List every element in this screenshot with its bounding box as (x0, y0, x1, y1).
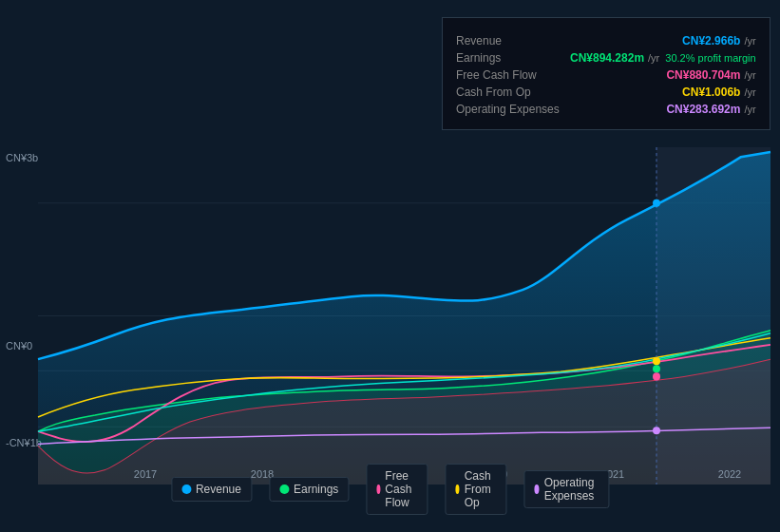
tooltip-row-value: CN¥1.006b (682, 86, 740, 99)
legend-item-fcf[interactable]: Free Cash Flow (366, 464, 428, 515)
tooltip-row-suffix: /yr (648, 52, 659, 64)
tooltip-row: Free Cash FlowCN¥880.704m/yr (456, 68, 756, 82)
tooltip-row: EarningsCN¥894.282m/yr30.2% profit margi… (456, 51, 756, 65)
chart-container: RevenueCN¥2.966b/yrEarningsCN¥894.282m/y… (0, 0, 780, 532)
tooltip-row-value: CN¥880.704m (666, 68, 740, 82)
legend-item-earnings[interactable]: Earnings (269, 477, 349, 502)
svg-point-9 (653, 427, 660, 434)
x-axis-label: 2017 (134, 468, 157, 480)
legend-dot (279, 484, 289, 494)
legend-item-revenue[interactable]: Revenue (171, 477, 252, 502)
tooltip-row-label: Revenue (456, 34, 570, 48)
legend-dot (181, 484, 191, 494)
chart-svg (38, 147, 770, 484)
tooltip-row: Cash From OpCN¥1.006b/yr (456, 86, 756, 99)
legend-label: Earnings (294, 483, 338, 496)
tooltip-row-value: CN¥283.692m (666, 103, 740, 116)
y-axis-label: -CN¥1b (6, 437, 42, 448)
tooltip-row: RevenueCN¥2.966b/yr (456, 34, 756, 48)
legend-label: Cash From Op (465, 469, 497, 509)
chart-area[interactable] (38, 147, 770, 484)
legend-label: Revenue (196, 483, 241, 496)
tooltip-row-suffix: /yr (744, 86, 755, 98)
tooltip-row: Operating ExpensesCN¥283.692m/yr (456, 103, 756, 116)
tooltip-row-suffix: /yr (744, 35, 755, 47)
tooltip-row-label: Cash From Op (456, 86, 570, 99)
y-axis-label: CN¥3b (6, 152, 38, 163)
svg-point-8 (653, 357, 660, 365)
y-axis-label: CN¥0 (6, 340, 32, 352)
svg-point-5 (653, 200, 660, 207)
tooltip-row-suffix: /yr (744, 69, 755, 81)
legend-dot (455, 484, 459, 494)
svg-point-7 (653, 372, 660, 380)
tooltip-row-label: Operating Expenses (456, 103, 570, 116)
legend-label: Free Cash Flow (385, 469, 417, 509)
tooltip-row-value: CN¥894.282m (570, 51, 644, 65)
legend-dot (376, 484, 380, 494)
legend-item-opex[interactable]: Operating Expenses (523, 470, 609, 508)
legend: RevenueEarningsFree Cash FlowCash From O… (171, 464, 609, 515)
tooltip-row-label: Earnings (456, 51, 570, 65)
legend-label: Operating Expenses (544, 476, 599, 503)
svg-point-6 (653, 365, 660, 372)
x-axis-label: 2022 (718, 468, 741, 480)
tooltip-row-value: CN¥2.966b (682, 34, 740, 48)
legend-dot (534, 484, 539, 494)
profit-margin-label: 30.2% profit margin (665, 52, 755, 64)
legend-item-cashfromop[interactable]: Cash From Op (445, 464, 506, 515)
tooltip-row-label: Free Cash Flow (456, 68, 570, 82)
tooltip: RevenueCN¥2.966b/yrEarningsCN¥894.282m/y… (442, 17, 770, 130)
tooltip-row-suffix: /yr (744, 104, 755, 115)
